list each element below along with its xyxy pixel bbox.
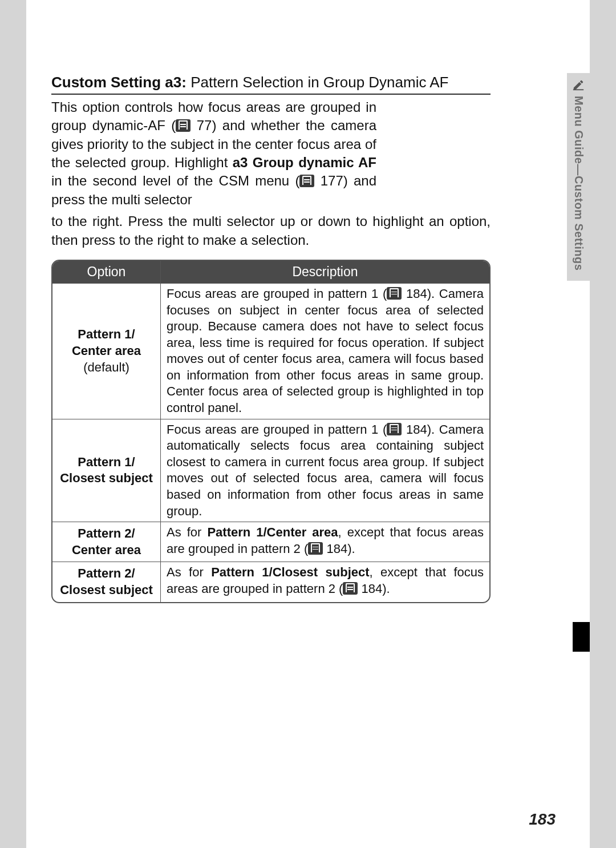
page-ref: 184 [326, 542, 347, 556]
heading-rest: Pattern Selection in Group Dynamic AF [187, 74, 449, 91]
table-row: Pattern 1/ Center area (default) Focus a… [52, 283, 489, 419]
table-row: Pattern 2/ Center area As for Pattern 1/… [52, 522, 489, 562]
manual-page: Menu Guide—Custom Settings Custom Settin… [26, 0, 590, 848]
page-content: Custom Setting a3: Pattern Selection in … [51, 73, 491, 603]
table-header-option: Option [52, 261, 161, 283]
page-ref-icon [343, 582, 358, 595]
option-cell: Pattern 2/ Center area [52, 522, 161, 562]
text-bold: Pattern 1/Closest subject [211, 565, 369, 579]
table-header-row: Option Description [52, 261, 489, 283]
text: in the second level of the CSM menu ( [51, 173, 299, 188]
option-name: Pattern 1/ [78, 454, 135, 471]
table-row: Pattern 2/ Closest subject As for Patter… [52, 562, 489, 601]
page-ref-icon [387, 287, 402, 300]
options-table: Option Description Pattern 1/ Center are… [51, 260, 491, 603]
option-cell: Pattern 1/ Closest subject [52, 419, 161, 522]
intro-paragraph-1: This option controls how focus areas are… [51, 98, 376, 209]
text: Focus areas are grouped in pattern 1 ( [167, 286, 387, 301]
text: Focus areas are grouped in pattern 1 ( [167, 422, 387, 437]
section-tab-label: Menu Guide—Custom Settings [572, 96, 585, 270]
page-ref: 184 [406, 286, 427, 301]
option-name: Center area [72, 343, 141, 360]
option-name: Closest subject [60, 470, 153, 487]
option-name: Pattern 1/ [78, 326, 135, 343]
option-name: Closest subject [60, 582, 153, 599]
svg-rect-0 [573, 89, 583, 90]
text-bold: Pattern 1/Center area [207, 525, 338, 539]
option-name: Pattern 2/ [78, 566, 135, 582]
page-heading: Custom Setting a3: Pattern Selection in … [51, 73, 491, 95]
text: ). [382, 582, 390, 596]
text: As for [167, 525, 207, 539]
description-cell: As for Pattern 1/Center area, except tha… [161, 522, 489, 562]
page-ref-icon [299, 175, 314, 187]
heading-bold: Custom Setting a3: [51, 74, 187, 91]
page-ref: 184 [362, 582, 383, 596]
edge-index-tab [573, 622, 590, 652]
pencil-icon [572, 79, 585, 91]
text: As for [167, 565, 211, 579]
page-ref-icon [176, 119, 191, 132]
text-bold: a3 Group dynamic AF [233, 155, 376, 170]
page-ref: 77 [197, 118, 212, 133]
page-ref-icon [308, 542, 323, 555]
page-ref: 184 [406, 422, 427, 437]
text: ). [347, 542, 355, 556]
page-ref-icon [387, 423, 402, 435]
intro-paragraph-2: to the right. Press the multi selector u… [51, 212, 491, 249]
section-tab: Menu Guide—Custom Settings [567, 73, 590, 281]
text: ). Camera focuses on subject in center f… [167, 286, 484, 415]
page-ref: 177 [321, 173, 343, 188]
description-cell: Focus areas are grouped in pattern 1 ( 1… [161, 284, 489, 419]
table-header-description: Description [161, 261, 489, 283]
page-number: 183 [529, 810, 556, 829]
table-row: Pattern 1/ Closest subject Focus areas a… [52, 419, 489, 522]
option-cell: Pattern 2/ Closest subject [52, 562, 161, 601]
option-name: Pattern 2/ [78, 526, 135, 542]
description-cell: Focus areas are grouped in pattern 1 ( 1… [161, 419, 489, 522]
option-name: Center area [72, 542, 141, 559]
description-cell: As for Pattern 1/Closest subject, except… [161, 562, 489, 601]
option-cell: Pattern 1/ Center area (default) [52, 284, 161, 419]
option-note: (default) [83, 360, 129, 376]
